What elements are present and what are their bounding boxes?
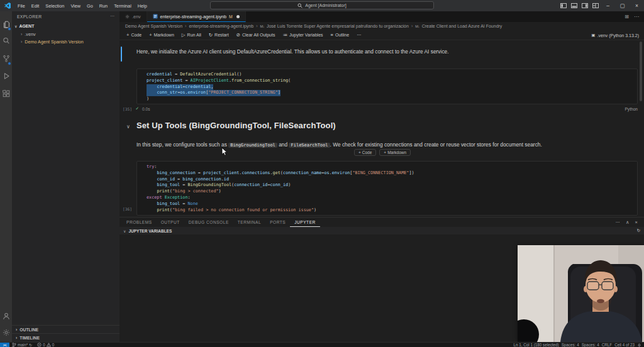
toggle-sidebar-icon[interactable] xyxy=(558,0,569,11)
section-heading: Set Up Tools (BingGroundingTool, FileSea… xyxy=(136,121,336,130)
cursor-position[interactable]: Ln 1, Col 1 (180 selected) xyxy=(514,343,559,347)
menu-go[interactable]: Go xyxy=(84,0,96,11)
kernel-label: .venv (Python 3.13.2) xyxy=(597,33,639,38)
panel-maximize-icon[interactable]: ∧ xyxy=(626,219,630,225)
tab-ports[interactable]: PORTS xyxy=(265,218,290,227)
tab-jupyter[interactable]: JUPYTER xyxy=(290,218,320,227)
clear-outputs-button[interactable]: ⊘ Clear All Outputs xyxy=(233,30,279,40)
panel-close-icon[interactable]: × xyxy=(635,219,638,225)
tab-env[interactable]: .env xyxy=(119,11,147,22)
titlebar: File Edit Selection View Go Run Terminal… xyxy=(0,0,644,11)
close-button[interactable]: × xyxy=(630,0,644,11)
workspace-name: AGENT xyxy=(19,24,34,28)
chevron-down-icon[interactable]: ∨ xyxy=(126,124,130,129)
split-editor-icon[interactable]: ⊞ xyxy=(625,14,629,19)
toolbar-more-button[interactable]: ⋯ xyxy=(353,30,365,40)
presenter-video xyxy=(518,245,644,342)
extensions-icon[interactable] xyxy=(0,87,12,101)
outline-button[interactable]: ≡ Outline xyxy=(328,30,353,40)
notifications-bell-icon[interactable] xyxy=(637,343,641,347)
timeline-section[interactable]: › TIMELINE xyxy=(12,333,119,341)
jupyter-variables-button[interactable]: ≔ Jupyter Variables xyxy=(279,30,326,40)
cell-indicator[interactable]: Cell 4 of 23 xyxy=(614,343,635,347)
titlebar-controls: – ▢ × xyxy=(558,0,644,11)
clear-icon: ⊘ xyxy=(236,32,240,38)
menu-selection[interactable]: Selection xyxy=(42,0,67,11)
menu-terminal[interactable]: Terminal xyxy=(111,0,135,11)
workspace-section[interactable]: ∨ AGENT xyxy=(12,21,119,30)
insert-markdown-cell-button[interactable]: + Markdown xyxy=(379,149,411,156)
timeline-label: TIMELINE xyxy=(19,336,40,340)
account-icon[interactable] xyxy=(0,309,12,323)
panel-more-icon[interactable]: ⋯ xyxy=(616,219,621,225)
jupyter-variables-section[interactable]: ∨ JUPYTER VARIABLES ↻ xyxy=(119,227,644,234)
toggle-panel-icon[interactable] xyxy=(569,0,579,11)
menu-edit[interactable]: Edit xyxy=(28,0,43,11)
chevron-right-icon: › xyxy=(185,24,186,28)
git-branch-item[interactable]: main* ↻ xyxy=(9,343,35,347)
run-debug-icon[interactable] xyxy=(0,69,12,83)
chevron-right-icon: › xyxy=(16,336,17,340)
run-all-button[interactable]: ▷ Run All xyxy=(179,30,204,40)
minimize-button[interactable]: – xyxy=(601,0,615,11)
cell-language[interactable]: Python xyxy=(625,107,638,111)
command-center-search[interactable]: Agent [Administrator] xyxy=(210,1,434,9)
scrollbar[interactable] xyxy=(640,41,642,101)
add-markdown-cell-button[interactable]: + Markdown xyxy=(146,30,177,40)
tab-problems[interactable]: PROBLEMS xyxy=(122,218,157,227)
code-cell-bing-tool[interactable]: try: bing_connection = project_client.co… xyxy=(136,161,638,216)
breadcrumb-item[interactable]: enterprise-streaming-agent.ipynb xyxy=(189,24,253,28)
dirty-indicator[interactable] xyxy=(236,15,240,18)
tab-output[interactable]: OUTPUT xyxy=(157,218,184,227)
tab-terminal[interactable]: TERMINAL xyxy=(233,218,265,227)
insert-code-cell-button[interactable]: + Code xyxy=(354,149,376,156)
outline-section[interactable]: › OUTLINE xyxy=(12,325,119,333)
eol-sequence[interactable]: CRLF xyxy=(602,343,612,347)
maximize-button[interactable]: ▢ xyxy=(615,0,630,11)
execution-count: [35] xyxy=(123,107,132,111)
tab-label: enterprise-streaming-agent.ipynb xyxy=(160,14,226,19)
cell-insert-toolbar: + Code + Markdown xyxy=(354,149,411,156)
customize-layout-icon[interactable] xyxy=(590,0,601,11)
code-cell-credential[interactable]: credential = DefaultAzureCredential()pro… xyxy=(136,69,638,104)
tab-debug-console[interactable]: DEBUG CONSOLE xyxy=(184,218,233,227)
inline-code: FileSearchTool xyxy=(289,143,330,148)
breadcrumb-item[interactable]: José Luis Torrente Super Agente empresar… xyxy=(267,24,409,28)
sidebar-item-venv[interactable]: › .venv xyxy=(12,30,119,38)
indentation[interactable]: Spaces: 4 xyxy=(562,343,579,347)
outline-label: OUTLINE xyxy=(19,328,38,332)
chevron-right-icon: › xyxy=(256,24,257,28)
kernel-picker[interactable]: ▣ .venv (Python 3.13.2) xyxy=(591,30,639,40)
menu-view[interactable]: View xyxy=(67,0,84,11)
search-view-icon[interactable] xyxy=(0,34,12,48)
settings-gear-icon[interactable] xyxy=(0,326,12,339)
editor-tab-bar: .env enterprise-streaming-agent.ipynb M … xyxy=(119,11,644,22)
menu-run[interactable]: Run xyxy=(96,0,111,11)
vscode-window: File Edit Selection View Go Run Terminal… xyxy=(0,0,644,347)
markdown-cell-text[interactable]: Here, we initialize the Azure AI client … xyxy=(136,48,449,55)
menu-help[interactable]: Help xyxy=(135,0,150,11)
sidebar-item-demo-agent[interactable]: › Demo Agent Spanish Version xyxy=(12,38,119,45)
vscode-logo-icon xyxy=(4,3,11,9)
indentation-2[interactable]: Spaces: 4 xyxy=(582,343,599,347)
execution-count: [36] xyxy=(123,207,132,211)
chevron-right-icon: › xyxy=(21,40,22,44)
breadcrumb-item[interactable]: Create Client and Load Azure AI Foundry xyxy=(422,24,502,28)
more-actions-icon[interactable]: ⋯ xyxy=(634,14,639,19)
add-code-cell-button[interactable]: + Code xyxy=(123,30,145,40)
refresh-variables-icon[interactable]: ↻ xyxy=(637,228,640,233)
sidebar-more-icon[interactable]: ⋯ xyxy=(110,14,114,19)
breadcrumb-item[interactable]: Demo Agent Spanish Version xyxy=(125,24,182,28)
toggle-secondary-sidebar-icon[interactable] xyxy=(579,0,590,11)
markdown-cell-text[interactable]: In this step, we configure tools such as… xyxy=(136,141,542,148)
menu-file[interactable]: File xyxy=(14,0,28,11)
remote-indicator[interactable]: >< xyxy=(0,343,9,347)
restart-kernel-button[interactable]: ↻ Restart xyxy=(206,30,232,40)
problems-item[interactable]: 0 0 xyxy=(35,343,57,347)
chevron-right-icon: › xyxy=(411,24,413,28)
tab-enterprise-streaming-agent[interactable]: enterprise-streaming-agent.ipynb M xyxy=(147,11,246,22)
chevron-down-icon: ∨ xyxy=(123,229,126,233)
source-control-icon[interactable] xyxy=(0,52,12,65)
explorer-icon[interactable] xyxy=(0,18,12,31)
restart-icon: ↻ xyxy=(209,32,213,38)
